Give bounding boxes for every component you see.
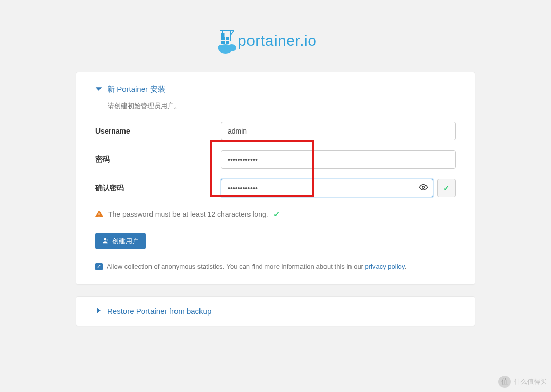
- install-panel: 新 Portainer 安装 请创建初始管理员用户。 Username 密码 确…: [76, 72, 475, 285]
- chevron-right-icon: [95, 307, 102, 316]
- brand-text: portainer.io: [238, 32, 316, 49]
- watermark-icon: 值: [498, 376, 511, 388]
- install-heading-suffix: 安装: [148, 85, 165, 93]
- svg-rect-11: [222, 34, 224, 36]
- username-label: Username: [95, 127, 221, 135]
- check-icon: ✓: [273, 210, 280, 219]
- watermark-text: 什么值得买: [514, 377, 547, 386]
- svg-point-1: [227, 44, 236, 51]
- user-plus-icon: [103, 237, 109, 245]
- create-user-label: 创建用户: [112, 237, 139, 246]
- svg-point-13: [104, 238, 106, 241]
- password-row: 密码: [95, 150, 456, 169]
- password-hint-text: The password must be at least 12 charact…: [108, 210, 268, 218]
- username-row: Username: [95, 122, 456, 140]
- install-heading-prefix: 新: [107, 85, 117, 93]
- stats-checkbox[interactable]: ✓: [95, 263, 103, 270]
- svg-rect-3: [221, 41, 225, 44]
- confirm-password-input[interactable]: [221, 179, 433, 197]
- watermark: 值 什么值得买: [498, 376, 547, 388]
- confirm-password-label: 确认密码: [95, 184, 221, 193]
- create-user-button[interactable]: 创建用户: [95, 233, 146, 249]
- chevron-down-icon: [95, 86, 102, 94]
- svg-point-12: [422, 186, 425, 189]
- confirm-password-row: 确认密码 ✓: [95, 179, 456, 197]
- install-heading-brand: Portainer: [117, 85, 148, 93]
- stats-row: ✓ Allow collection of anonymous statisti…: [95, 263, 456, 270]
- restore-heading: Restore Portainer from backup: [107, 307, 211, 316]
- svg-rect-6: [221, 37, 225, 40]
- password-valid-icon: ✓: [437, 179, 456, 197]
- warning-icon: [95, 210, 103, 219]
- brand-logo: portainer.io: [76, 25, 475, 57]
- username-input[interactable]: [221, 122, 456, 140]
- privacy-policy-link[interactable]: privacy policy: [365, 263, 405, 270]
- password-hint-row: The password must be at least 12 charact…: [95, 210, 456, 219]
- install-section-toggle[interactable]: 新 Portainer 安装: [95, 85, 456, 94]
- svg-rect-5: [226, 37, 229, 40]
- svg-rect-4: [226, 41, 229, 44]
- restore-panel: Restore Portainer from backup: [76, 296, 475, 326]
- password-label: 密码: [95, 155, 221, 164]
- password-input[interactable]: [221, 150, 456, 169]
- svg-point-2: [218, 45, 225, 51]
- stats-text: Allow collection of anonymous statistics…: [107, 263, 365, 270]
- eye-icon[interactable]: [419, 182, 428, 194]
- install-subtext: 请创建初始管理员用户。: [108, 101, 456, 111]
- restore-section-toggle[interactable]: Restore Portainer from backup: [95, 307, 456, 316]
